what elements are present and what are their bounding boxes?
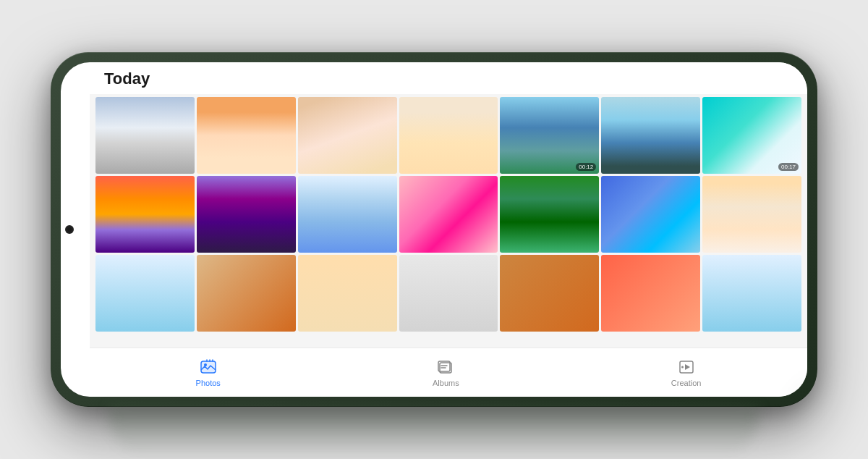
photo-item[interactable] xyxy=(399,97,498,174)
svg-marker-8 xyxy=(685,364,690,370)
photo-item[interactable] xyxy=(95,176,195,253)
photo-item[interactable] xyxy=(298,255,397,332)
photo-item[interactable] xyxy=(298,176,397,253)
photo-item[interactable]: 00:12 xyxy=(500,97,599,174)
creation-icon xyxy=(677,358,696,376)
photo-item[interactable] xyxy=(197,176,296,253)
phone-reflection xyxy=(109,407,760,458)
photo-item[interactable] xyxy=(399,176,498,253)
photo-item[interactable] xyxy=(95,97,195,174)
albums-icon xyxy=(436,358,455,376)
nav-item-photos[interactable]: Photos xyxy=(196,358,221,387)
screen-content: Today 00:12 00:17 xyxy=(90,62,807,397)
photo-grid: 00:12 00:17 xyxy=(90,94,807,334)
phone-screen-bezel: Today 00:12 00:17 xyxy=(61,62,807,397)
bottom-nav: Photos Albums xyxy=(90,348,807,397)
nav-label-photos: Photos xyxy=(196,379,221,387)
photo-item[interactable] xyxy=(601,97,700,174)
nav-item-albums[interactable]: Albums xyxy=(433,358,459,387)
photo-item[interactable] xyxy=(399,255,498,332)
svg-point-9 xyxy=(681,366,684,369)
video-duration-badge: 00:17 xyxy=(778,163,799,171)
photos-icon xyxy=(199,358,218,376)
phone-body: Today 00:12 00:17 xyxy=(51,52,817,407)
photo-item[interactable] xyxy=(500,255,599,332)
nav-label-albums: Albums xyxy=(433,379,459,387)
photo-item[interactable] xyxy=(500,176,599,253)
phone-wrapper: Today 00:12 00:17 xyxy=(36,34,832,425)
photo-item[interactable] xyxy=(601,255,700,332)
photo-item[interactable] xyxy=(702,176,801,253)
nav-label-creation: Creation xyxy=(671,379,702,387)
photo-item[interactable] xyxy=(702,255,801,332)
photo-item[interactable] xyxy=(298,97,397,174)
front-camera xyxy=(65,225,74,234)
photo-item[interactable] xyxy=(197,97,296,174)
photo-item[interactable]: 00:17 xyxy=(702,97,801,174)
photo-item[interactable] xyxy=(197,255,296,332)
nav-item-creation[interactable]: Creation xyxy=(671,358,702,387)
photo-item[interactable] xyxy=(601,176,700,253)
photo-item[interactable] xyxy=(95,255,195,332)
video-duration-badge: 00:12 xyxy=(576,163,596,171)
page-title: Today xyxy=(90,62,807,94)
